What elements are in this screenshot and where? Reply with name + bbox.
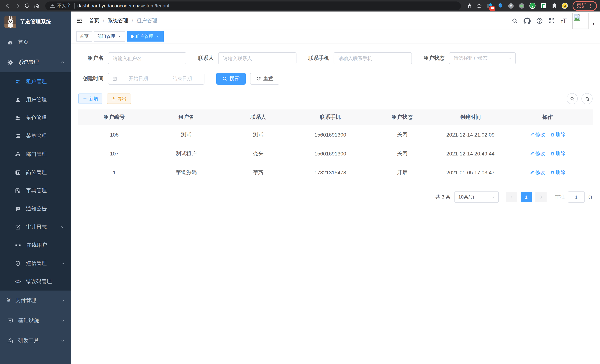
green-dot-circle-icon: [518, 2, 525, 9]
profile-avatar-icon[interactable]: [562, 2, 568, 9]
extension-y-icon[interactable]: y: [529, 2, 536, 9]
extension-command-icon[interactable]: ⌘: [508, 2, 514, 9]
sidebar-item-post[interactable]: 岗位管理: [0, 163, 71, 181]
star-icon: [476, 3, 482, 9]
edit-link[interactable]: 修改: [530, 169, 545, 176]
sidebar-item-error-code[interactable]: </> 错误码管理: [0, 272, 71, 290]
page-number-button[interactable]: 1: [521, 192, 532, 202]
delete-link[interactable]: 删除: [550, 150, 565, 157]
browser-back-button[interactable]: [3, 1, 13, 10]
trash-icon: [550, 151, 554, 156]
arrow-right-icon: [14, 3, 20, 9]
cell-tenant-name: 测试: [150, 125, 222, 144]
export-button[interactable]: 导出: [107, 93, 131, 104]
sidebar-item-payment[interactable]: ¥ 支付管理: [0, 290, 71, 311]
sidebar-item-dict[interactable]: 字典管理: [0, 181, 71, 200]
table-header-row: 租户编号 租户名 联系人 联系手机 租户状态 创建时间 操作: [78, 110, 593, 125]
letter-y-circle-icon: y: [529, 2, 536, 9]
contact-input[interactable]: [218, 52, 297, 64]
security-indicator[interactable]: 不安全: [50, 3, 71, 9]
goto-page-input[interactable]: [568, 191, 585, 203]
sidebar-logo[interactable]: 芋道管理系统: [0, 11, 71, 32]
sidebar-item-sms[interactable]: 短信管理: [0, 254, 71, 272]
refresh-table-button[interactable]: [581, 93, 593, 104]
show-search-toggle-button[interactable]: [567, 93, 578, 104]
pagination-total: 共 3 条: [435, 194, 450, 200]
sidebar-item-tenant[interactable]: 租户管理: [0, 72, 71, 91]
tab-home[interactable]: 首页: [76, 31, 92, 42]
rabbit-logo-icon: [4, 16, 16, 28]
tenant-name-input[interactable]: [108, 52, 186, 64]
mobile-input[interactable]: [334, 52, 412, 64]
extension-recorder-icon[interactable]: [518, 2, 525, 9]
reset-button[interactable]: 重置: [250, 73, 279, 84]
avatar-dropdown-caret[interactable]: ▾: [593, 21, 594, 25]
close-icon[interactable]: ×: [155, 34, 160, 38]
puzzle-icon: [551, 3, 557, 9]
sidebar-item-online-users[interactable]: 在线用户: [0, 236, 71, 254]
sidebar-item-dept[interactable]: 部门管理: [0, 145, 71, 163]
breadcrumb-home[interactable]: 首页: [89, 18, 99, 24]
filter-row-1: 租户名 联系人 联系手机 租户状态 请选择租户状态: [78, 52, 593, 64]
chevron-up-icon: [60, 60, 65, 65]
edit-link[interactable]: 修改: [530, 131, 545, 138]
chevron-down-icon: [508, 56, 512, 60]
tab-dept[interactable]: 部门管理 ×: [94, 31, 125, 42]
org-chart-icon: [15, 151, 21, 157]
delete-link[interactable]: 删除: [550, 169, 565, 176]
user-icon: [15, 97, 21, 103]
user-avatar[interactable]: [572, 13, 589, 29]
sidebar-item-dev-tools[interactable]: 研发工具: [0, 331, 71, 351]
extension-flag-icon[interactable]: [540, 2, 547, 9]
close-icon[interactable]: ×: [117, 34, 122, 38]
fullscreen-button[interactable]: [548, 18, 555, 24]
browser-forward-button[interactable]: [13, 1, 22, 10]
page-size-select[interactable]: 10条/页: [454, 191, 499, 203]
delete-link[interactable]: 删除: [550, 131, 565, 138]
sidebar-item-user[interactable]: 用户管理: [0, 91, 71, 109]
address-bar[interactable]: 不安全 dashboard.yudao.iocoder.cn/system/te…: [45, 1, 461, 10]
search-button[interactable]: 搜索: [216, 73, 246, 84]
extension-tabs-icon[interactable]: 10: [486, 2, 493, 9]
add-button[interactable]: 新增: [78, 93, 103, 104]
date-range-picker[interactable]: 开始日期 - 结束日期: [108, 73, 205, 84]
url-text: dashboard.yudao.iocoder.cn/system/tenant: [77, 3, 169, 9]
kebab-menu-icon[interactable]: ⋮: [588, 3, 593, 9]
breadcrumb-parent[interactable]: 系统管理: [108, 18, 128, 24]
sidebar-collapse-button[interactable]: [76, 18, 83, 24]
cell-status: 关闭: [366, 125, 438, 144]
sidebar-item-system[interactable]: 系统管理: [0, 52, 71, 72]
extension-balloon-icon[interactable]: [497, 2, 504, 9]
share-button[interactable]: [465, 1, 474, 10]
sidebar-item-infra[interactable]: 基础设施: [0, 311, 71, 331]
chevron-down-icon: [491, 195, 495, 199]
cell-created: 2021-12-14 20:49:44: [438, 144, 503, 163]
sidebar-item-audit-log[interactable]: 审计日志: [0, 218, 71, 236]
header-search-button[interactable]: [512, 18, 518, 24]
sidebar-item-menu[interactable]: 菜单管理: [0, 127, 71, 145]
cell-tenant-name: 芋道源码: [150, 163, 222, 182]
gear-icon: [7, 59, 13, 65]
cell-operations: 修改 删除: [503, 163, 593, 182]
sidebar-item-role[interactable]: 角色管理: [0, 109, 71, 127]
contact-label: 联系人: [198, 55, 214, 62]
browser-update-button[interactable]: 更新 ⋮: [572, 1, 597, 10]
help-button[interactable]: [536, 18, 543, 24]
next-page-button[interactable]: [535, 192, 547, 202]
bookmark-button[interactable]: [474, 1, 484, 10]
github-button[interactable]: [524, 17, 531, 24]
edit-link[interactable]: 修改: [530, 150, 545, 157]
chevron-down-icon: [60, 225, 65, 229]
browser-home-button[interactable]: [32, 1, 42, 10]
prev-page-button[interactable]: [506, 192, 517, 202]
status-select-placeholder: 请选择租户状态: [454, 55, 508, 62]
status-select[interactable]: 请选择租户状态: [449, 52, 516, 64]
breadcrumb-current: 租户管理: [137, 18, 157, 24]
sidebar-item-home[interactable]: 首页: [0, 32, 71, 52]
font-size-button[interactable]: TT: [561, 18, 567, 24]
browser-reload-button[interactable]: [22, 1, 32, 10]
extensions-puzzle-icon[interactable]: [551, 2, 557, 9]
extension-badge: 10: [489, 6, 495, 10]
sidebar-item-notice[interactable]: 通知公告: [0, 200, 71, 218]
tab-tenant[interactable]: 租户管理 ×: [127, 31, 164, 42]
